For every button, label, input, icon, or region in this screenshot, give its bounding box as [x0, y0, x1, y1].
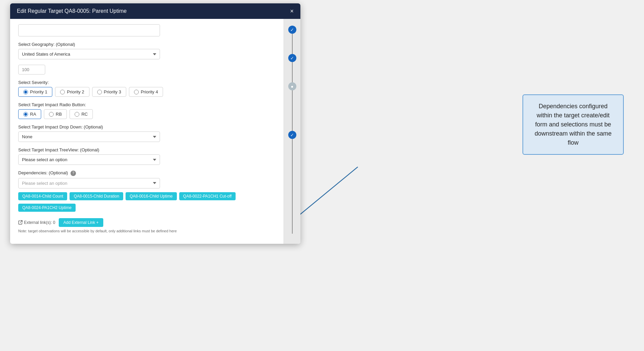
dep-tag-2[interactable]: QA8-0015-Child Duration [70, 192, 123, 200]
impact-radio-options: RA RB RC [18, 109, 275, 119]
severity-label: Select Severity: [18, 80, 275, 85]
severity-p3-label: Priority 3 [104, 89, 121, 94]
dependencies-select[interactable]: Please select an option [18, 178, 160, 188]
callout-text: Dependencies configured within the targe… [535, 103, 612, 146]
dep-tag-4[interactable]: QA8-0022-PA1CH1 Cut-off [179, 192, 236, 200]
modal-sidebar: ✓ ✓ ● ✓ [284, 19, 300, 244]
severity-radio-group: Priority 1 Priority 2 Priority 3 Pr [18, 87, 275, 97]
geography-group: Select Geography: (Optional) United Stat… [18, 42, 275, 59]
sidebar-dot-4: ✓ [288, 131, 296, 139]
severity-priority4[interactable]: Priority 4 [129, 87, 163, 97]
severity-priority3[interactable]: Priority 3 [92, 87, 126, 97]
geography-select[interactable]: United States of America [18, 49, 160, 59]
modal-dialog: Edit Regular Target QA8-0005: Parent Upt… [10, 3, 300, 244]
external-links-group: External link(s): 0 Add External Link + … [18, 218, 275, 233]
impact-rc-radio[interactable] [75, 112, 79, 117]
sidebar-dot-1: ✓ [288, 26, 296, 34]
impact-ra-label: RA [30, 112, 36, 117]
ext-link-icon: External link(s): 0 [18, 220, 55, 225]
modal-overlay: Edit Regular Target QA8-0005: Parent Upt… [0, 0, 644, 351]
modal-title: Edit Regular Target QA8-0005: Parent Upt… [17, 8, 127, 14]
impact-treeview-group: Select Target Impact TreeView: (Optional… [18, 147, 275, 165]
dependencies-help-icon[interactable]: ? [71, 171, 76, 176]
dependencies-group: Dependencies: (Optional) ? Please select… [18, 170, 275, 213]
impact-rc-label: RC [81, 112, 88, 117]
ext-link-count-label: External link(s): 0 [24, 220, 55, 225]
impact-ra[interactable]: RA [18, 109, 41, 119]
geography-number-group [18, 65, 275, 75]
severity-p1-label: Priority 1 [30, 89, 47, 94]
impact-rb[interactable]: RB [44, 109, 67, 119]
dependencies-label: Dependencies: (Optional) ? [18, 170, 275, 176]
severity-priority1[interactable]: Priority 1 [18, 87, 52, 97]
severity-group: Select Severity: Priority 1 Priority 2 [18, 80, 275, 97]
dep-tag-1[interactable]: QA8-0014-Child Count [18, 192, 67, 200]
sidebar-dot-3-icon: ● [291, 84, 294, 89]
impact-ra-radio[interactable] [23, 112, 28, 117]
callout-box: Dependencies configured within the targe… [522, 94, 624, 155]
impact-treeview-label: Select Target Impact TreeView: (Optional… [18, 147, 275, 152]
dep-tag-5[interactable]: QA8-0024-PA1CH2 Uptime [18, 204, 76, 212]
impact-radio-group: Select Target Impact Radio Button: RA RB [18, 102, 275, 119]
sidebar-dot-2: ✓ [288, 54, 296, 62]
impact-rb-label: RB [56, 112, 62, 117]
sidebar-dot-3: ● [288, 82, 296, 90]
dependency-tags-container: QA8-0014-Child Count QA8-0015-Child Dura… [18, 191, 275, 213]
severity-p1-radio[interactable] [23, 90, 28, 94]
sidebar-dot-2-icon: ✓ [290, 56, 294, 61]
severity-p3-radio[interactable] [97, 90, 102, 94]
severity-p4-radio[interactable] [134, 90, 139, 94]
dependencies-select-wrapper: Please select an option [18, 178, 160, 188]
modal-content-area: Select Geography: (Optional) United Stat… [10, 19, 284, 244]
severity-p4-label: Priority 4 [141, 89, 158, 94]
top-partial-input [18, 24, 160, 36]
modal-header: Edit Regular Target QA8-0005: Parent Upt… [10, 3, 300, 19]
geography-number-input[interactable] [18, 65, 45, 75]
impact-rc[interactable]: RC [70, 109, 93, 119]
dep-tag-3[interactable]: QA8-0016-Child Uptime [126, 192, 177, 200]
add-external-link-button[interactable]: Add External Link + [59, 218, 103, 227]
modal-body: Select Geography: (Optional) United Stat… [10, 19, 300, 244]
impact-dropdown-select[interactable]: None [18, 131, 160, 142]
impact-dropdown-label: Select Target Impact Drop Down: (Optiona… [18, 124, 275, 129]
impact-rb-radio[interactable] [49, 112, 54, 117]
ext-link-row: External link(s): 0 Add External Link + [18, 218, 275, 227]
sidebar-dot-1-icon: ✓ [290, 27, 294, 32]
impact-treeview-select[interactable]: Please select an option [18, 154, 160, 165]
severity-p2-radio[interactable] [60, 90, 65, 94]
impact-radio-label: Select Target Impact Radio Button: [18, 102, 275, 107]
close-button[interactable]: × [290, 8, 294, 14]
note-text: Note: target observations will be access… [18, 229, 275, 233]
sidebar-dot-4-icon: ✓ [290, 133, 294, 138]
impact-dropdown-group: Select Target Impact Drop Down: (Optiona… [18, 124, 275, 142]
severity-p2-label: Priority 2 [67, 89, 84, 94]
geography-label: Select Geography: (Optional) [18, 42, 275, 47]
severity-priority2[interactable]: Priority 2 [55, 87, 89, 97]
